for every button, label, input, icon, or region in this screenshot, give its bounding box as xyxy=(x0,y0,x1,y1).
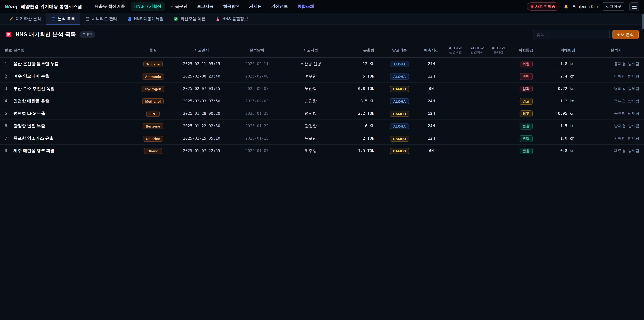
tab-hns-manual[interactable]: HNS 대응매뉴얼 xyxy=(122,14,168,25)
menu-item-spill-forecast[interactable]: 유출유 확산예측 xyxy=(91,2,129,11)
spill-amount: 1.5 TON xyxy=(338,148,381,153)
substance-badge: Chlorine xyxy=(143,135,163,141)
col-header-aegl1: AEGL-1 불쾌감 xyxy=(488,46,509,54)
list-icon xyxy=(51,17,56,21)
analysis-name[interactable]: 평택항 LPG 누출 xyxy=(14,111,133,116)
table-row[interactable]: 6 광양항 벤젠 누출 Benzene 2025-01-22 02:30 202… xyxy=(0,120,644,132)
forecast-duration: 6H xyxy=(418,148,445,153)
incident-datetime: 2025-02-03 07:50 xyxy=(173,99,230,103)
row-number: 5 xyxy=(5,111,14,116)
substance-badge: Methanol xyxy=(142,98,164,104)
table-row[interactable]: 3 부산 수소 추진선 폭발 Hydrogen 2025-02-07 03:15… xyxy=(0,83,644,95)
col-header-substance: 물질 xyxy=(133,48,173,53)
risk-badge: 경고 xyxy=(520,110,532,117)
sub-nav: 대기확산 분석 분석 목록 시나리오 관리 HNS 대응매뉴얼 확산모델 이론 … xyxy=(0,14,644,25)
spill-amount: 5 TON xyxy=(338,74,381,79)
tab-hns-substance-info[interactable]: HNS 물질정보 xyxy=(211,14,253,25)
new-analysis-button[interactable]: + 새 분석 xyxy=(613,30,639,39)
pencil-icon xyxy=(9,17,14,21)
analyst: 중부청, 방제팀 xyxy=(593,99,639,104)
analysis-name[interactable]: 여수 암모니아 누출 xyxy=(14,73,133,79)
aegl3-subtitle: 생명위험 xyxy=(449,51,462,55)
incident-status-label: 사고 진행중 xyxy=(535,4,556,9)
incident-status-badge[interactable]: 사고 진행중 xyxy=(527,2,560,11)
calendar-icon xyxy=(85,17,90,21)
incident-datetime: 2025-01-07 22:55 xyxy=(173,148,230,153)
forecast-duration: 24H xyxy=(418,99,445,103)
hamburger-menu-icon[interactable] xyxy=(629,2,639,11)
analysis-date: 2025-01-28 xyxy=(230,111,284,116)
book-icon xyxy=(127,17,132,21)
row-number: 2 xyxy=(5,74,14,79)
aegl1-subtitle: 불쾌감 xyxy=(494,51,503,55)
tab-label: HNS 물질정보 xyxy=(222,16,248,22)
table-row[interactable]: 7 목포항 염소가스 유출 Chlorine 2025-01-15 05:10 … xyxy=(0,132,644,145)
col-header-risk: 위험등급 xyxy=(509,48,543,53)
analysis-name[interactable]: 목포항 염소가스 유출 xyxy=(14,135,133,141)
tab-analysis-list[interactable]: 분석 목록 xyxy=(46,14,80,25)
damage-radius: 0.22 km xyxy=(543,86,593,91)
app-window: Wing 해양환경 위기대응 통합시스템 유출유 확산예측 HNS·대기확산 긴… xyxy=(0,0,644,320)
analyst: 제주청, 방제팀 xyxy=(593,148,639,153)
col-header-analyst: 분석자 xyxy=(593,48,639,53)
col-header-amount: 유출량 xyxy=(338,48,381,53)
incident-location: 평택항 xyxy=(284,111,338,116)
spill-amount: 12 KL xyxy=(338,61,381,66)
col-header-forecast: 예측시간 xyxy=(418,48,445,53)
brand[interactable]: Wing 해양환경 위기대응 통합시스템 xyxy=(5,4,82,10)
risk-badge: 관찰 xyxy=(520,148,532,154)
tab-label: 대기확산 분석 xyxy=(16,16,41,22)
spill-amount: 8.5 KL xyxy=(338,99,381,103)
analysis-name[interactable]: 제주 에탄올 탱크 파열 xyxy=(14,148,133,154)
menu-item-rescue[interactable]: 긴급구난 xyxy=(167,2,191,11)
forecast-duration: 24H xyxy=(418,124,445,128)
analyst: 남해청, 방제팀 xyxy=(593,74,639,79)
tab-label: HNS 대응매뉴얼 xyxy=(134,16,164,22)
damage-radius: 1.8 km xyxy=(543,61,593,66)
top-bar-right: 사고 진행중 Eunjeong Kim 로그아웃 xyxy=(527,2,639,11)
analyst: 서해청, 방제팀 xyxy=(593,136,639,141)
forecast-duration: 6H xyxy=(418,86,445,91)
forecast-duration: 24H xyxy=(418,61,445,66)
damage-radius: 2.4 km xyxy=(543,74,593,79)
analyst: 동해청, 방제팀 xyxy=(593,61,639,66)
row-number: 8 xyxy=(5,148,14,153)
menu-item-aerial-search[interactable]: 항공탐색 xyxy=(219,2,244,11)
search-input[interactable] xyxy=(533,30,610,39)
spill-amount: 3.2 TON xyxy=(338,111,381,116)
col-header-radius: 피해반경 xyxy=(543,48,593,53)
incident-datetime: 2025-01-22 02:30 xyxy=(173,124,230,128)
algorithm-badge: CAMEO xyxy=(390,86,409,92)
table-row[interactable]: 2 여수 암모니아 누출 Ammonia 2025-02-08 23:40 20… xyxy=(0,70,644,83)
bell-icon[interactable] xyxy=(564,4,569,9)
table-row[interactable]: 1 울산 온산항 톨루엔 누출 Toluene 2025-02-11 05:15… xyxy=(0,58,644,70)
table-row[interactable]: 4 인천항 메탄올 유출 Methanol 2025-02-03 07:50 2… xyxy=(0,95,644,107)
col-header-algorithm: 알고리즘 xyxy=(381,48,418,53)
tab-scenario-management[interactable]: 시나리오 관리 xyxy=(80,14,122,25)
logout-button[interactable]: 로그아웃 xyxy=(602,2,625,11)
scrollbar[interactable] xyxy=(642,14,644,30)
table-row[interactable]: 5 평택항 LPG 누출 LPG 2025-01-28 00:20 2025-0… xyxy=(0,107,644,120)
analysis-name[interactable]: 광양항 벤젠 누출 xyxy=(14,123,133,129)
risk-badge: 관찰 xyxy=(520,123,532,129)
menu-item-hns-dispersion[interactable]: HNS·대기확산 xyxy=(131,2,165,11)
col-header-aegl3: AEGL-3 생명위험 xyxy=(445,46,466,54)
page-title: HNS 대기확산 분석 목록 xyxy=(16,31,76,38)
algorithm-badge: CAMEO xyxy=(390,135,409,141)
algorithm-badge: ALOHA xyxy=(390,98,409,104)
damage-radius: 1.0 km xyxy=(543,136,593,141)
table-row[interactable]: 8 제주 에탄올 탱크 파열 Ethanol 2025-01-07 22:55 … xyxy=(0,145,644,157)
analysis-name[interactable]: 인천항 메탄올 유출 xyxy=(14,98,133,104)
tab-dispersion-model-theory[interactable]: 확산모델 이론 xyxy=(168,14,211,25)
menu-item-board[interactable]: 게시판 xyxy=(246,2,266,11)
analysis-name[interactable]: 울산 온산항 톨루엔 누출 xyxy=(14,61,133,67)
tab-dispersion-analysis[interactable]: 대기확산 분석 xyxy=(4,14,46,25)
user-name: Eunjeong Kim xyxy=(573,4,598,9)
incident-location: 여수항 xyxy=(284,73,338,79)
clipboard-icon xyxy=(5,31,12,38)
menu-item-reports[interactable]: 보고자료 xyxy=(193,2,217,11)
menu-item-integrated-search[interactable]: 통합조회 xyxy=(294,2,318,11)
menu-item-weather[interactable]: 기상정보 xyxy=(268,2,292,11)
analysis-name[interactable]: 부산 수소 추진선 폭발 xyxy=(14,86,133,92)
app-title: 해양환경 위기대응 통합시스템 xyxy=(21,4,82,10)
